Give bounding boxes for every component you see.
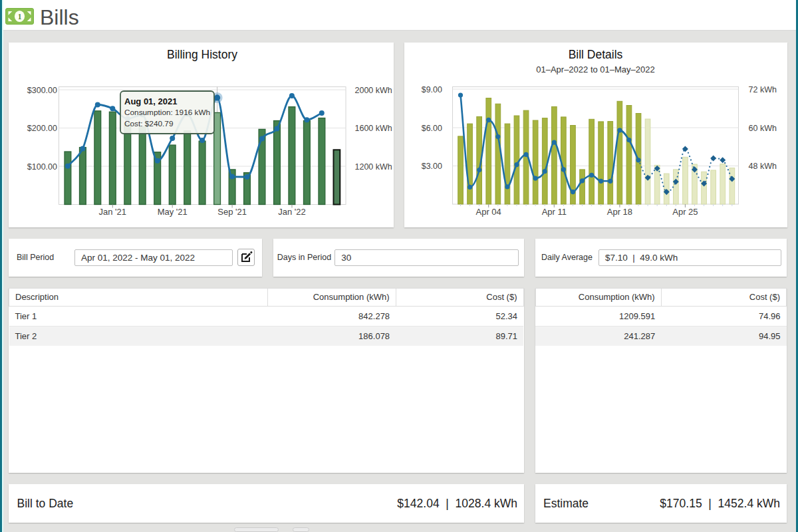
svg-text:1: 1	[18, 13, 22, 21]
svg-text:$9.00: $9.00	[422, 84, 442, 94]
svg-text:Apr 18: Apr 18	[607, 207, 632, 217]
svg-text:Sep '21: Sep '21	[217, 207, 247, 217]
svg-text:$200.00: $200.00	[27, 124, 57, 133]
svg-text:01–Apr–2022 to 01–May–2022: 01–Apr–2022 to 01–May–2022	[536, 65, 655, 74]
svg-text:Jan '22: Jan '22	[278, 207, 306, 217]
svg-text:1600 kWh: 1600 kWh	[355, 124, 392, 133]
svg-text:Bill Details: Bill Details	[569, 47, 623, 61]
svg-text:Jan '21: Jan '21	[99, 207, 127, 217]
svg-text:2000 kWh: 2000 kWh	[355, 85, 392, 94]
svg-text:$6.00: $6.00	[422, 123, 442, 132]
svg-text:Aug 01, 2021: Aug 01, 2021	[124, 96, 178, 106]
svg-text:Cost: $240.79: Cost: $240.79	[124, 119, 173, 128]
svg-text:$300.00: $300.00	[27, 85, 57, 94]
svg-text:$100.00: $100.00	[27, 162, 57, 171]
svg-text:Consumption: 1916 kWh: Consumption: 1916 kWh	[124, 107, 210, 116]
svg-text:48 kWh: 48 kWh	[749, 162, 777, 171]
svg-text:Apr 04: Apr 04	[476, 207, 501, 217]
svg-text:1200 kWh: 1200 kWh	[355, 162, 392, 171]
svg-text:$3.00: $3.00	[422, 162, 442, 171]
svg-text:Apr 25: Apr 25	[672, 207, 698, 217]
svg-text:Billing History: Billing History	[167, 47, 237, 61]
svg-text:May '21: May '21	[158, 207, 188, 217]
svg-text:60 kWh: 60 kWh	[749, 123, 777, 132]
svg-text:72 kWh: 72 kWh	[749, 84, 777, 94]
svg-text:Apr 11: Apr 11	[542, 207, 567, 217]
